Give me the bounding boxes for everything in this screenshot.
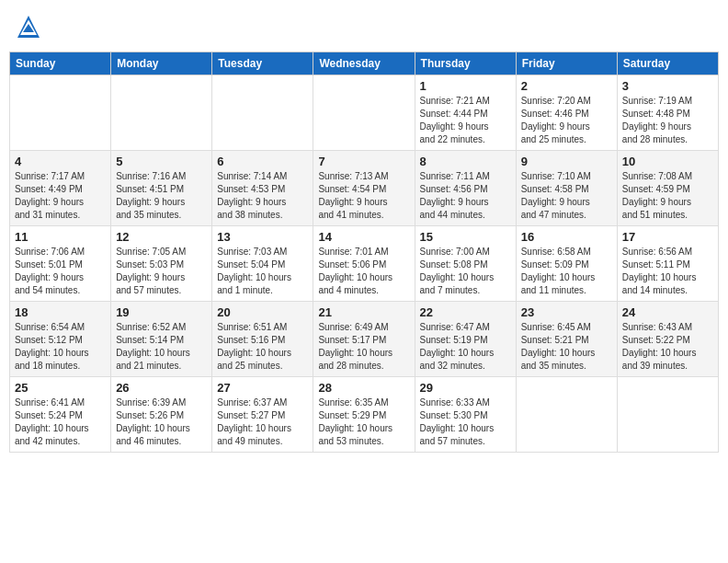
day-info: Sunrise: 7:03 AM Sunset: 5:04 PM Dayligh…	[217, 246, 308, 297]
day-info: Sunrise: 7:11 AM Sunset: 4:56 PM Dayligh…	[420, 170, 511, 222]
header-tuesday: Tuesday	[212, 52, 313, 75]
day-info: Sunrise: 7:17 AM Sunset: 4:49 PM Dayligh…	[15, 170, 106, 222]
day-number: 24	[622, 305, 713, 319]
calendar-cell: 9Sunrise: 7:10 AM Sunset: 4:58 PM Daylig…	[516, 151, 617, 226]
day-info: Sunrise: 7:14 AM Sunset: 4:53 PM Dayligh…	[217, 170, 308, 222]
day-info: Sunrise: 6:54 AM Sunset: 5:12 PM Dayligh…	[15, 321, 106, 373]
day-info: Sunrise: 7:13 AM Sunset: 4:54 PM Dayligh…	[318, 170, 409, 222]
day-info: Sunrise: 6:37 AM Sunset: 5:27 PM Dayligh…	[217, 396, 308, 448]
calendar-cell: 16Sunrise: 6:58 AM Sunset: 5:09 PM Dayli…	[516, 226, 617, 302]
day-number: 19	[116, 305, 207, 319]
day-number: 9	[521, 155, 612, 168]
day-info: Sunrise: 6:49 AM Sunset: 5:17 PM Dayligh…	[318, 321, 409, 373]
day-number: 29	[420, 381, 511, 395]
header-monday: Monday	[111, 52, 212, 75]
logo-icon	[15, 13, 42, 40]
calendar-cell: 10Sunrise: 7:08 AM Sunset: 4:59 PM Dayli…	[617, 151, 718, 226]
calendar-cell: 29Sunrise: 6:33 AM Sunset: 5:30 PM Dayli…	[415, 377, 516, 453]
day-info: Sunrise: 6:47 AM Sunset: 5:19 PM Dayligh…	[420, 321, 511, 373]
calendar-cell: 4Sunrise: 7:17 AM Sunset: 4:49 PM Daylig…	[10, 151, 111, 226]
day-number: 28	[318, 381, 409, 395]
day-number: 14	[318, 230, 409, 244]
calendar-body: 1Sunrise: 7:21 AM Sunset: 4:44 PM Daylig…	[10, 75, 719, 453]
day-info: Sunrise: 6:33 AM Sunset: 5:30 PM Dayligh…	[420, 396, 511, 448]
header-sunday: Sunday	[10, 52, 111, 75]
day-info: Sunrise: 6:56 AM Sunset: 5:11 PM Dayligh…	[622, 246, 713, 297]
calendar-table: SundayMondayTuesdayWednesdayThursdayFrid…	[9, 52, 719, 453]
day-number: 7	[318, 155, 409, 168]
day-info: Sunrise: 6:51 AM Sunset: 5:16 PM Dayligh…	[217, 321, 308, 373]
day-number: 15	[420, 230, 511, 244]
calendar-cell: 24Sunrise: 6:43 AM Sunset: 5:22 PM Dayli…	[617, 302, 718, 377]
day-number: 13	[217, 230, 308, 244]
day-info: Sunrise: 7:06 AM Sunset: 5:01 PM Dayligh…	[15, 246, 106, 297]
day-number: 8	[420, 155, 511, 168]
day-info: Sunrise: 7:21 AM Sunset: 4:44 PM Dayligh…	[420, 95, 511, 146]
calendar-cell: 27Sunrise: 6:37 AM Sunset: 5:27 PM Dayli…	[212, 377, 313, 453]
day-info: Sunrise: 6:43 AM Sunset: 5:22 PM Dayligh…	[622, 321, 713, 373]
day-info: Sunrise: 7:00 AM Sunset: 5:08 PM Dayligh…	[420, 246, 511, 297]
calendar-cell: 25Sunrise: 6:41 AM Sunset: 5:24 PM Dayli…	[10, 377, 111, 453]
calendar-cell: 26Sunrise: 6:39 AM Sunset: 5:26 PM Dayli…	[111, 377, 212, 453]
day-number: 5	[116, 155, 207, 168]
calendar-header: SundayMondayTuesdayWednesdayThursdayFrid…	[10, 52, 719, 75]
day-info: Sunrise: 7:08 AM Sunset: 4:59 PM Dayligh…	[622, 170, 713, 222]
calendar-cell	[212, 75, 313, 151]
day-info: Sunrise: 6:35 AM Sunset: 5:29 PM Dayligh…	[318, 396, 409, 448]
day-info: Sunrise: 6:39 AM Sunset: 5:26 PM Dayligh…	[116, 396, 207, 448]
day-number: 25	[15, 381, 106, 395]
day-info: Sunrise: 7:05 AM Sunset: 5:03 PM Dayligh…	[116, 246, 207, 297]
week-row-1: 1Sunrise: 7:21 AM Sunset: 4:44 PM Daylig…	[10, 75, 719, 151]
calendar-cell	[313, 75, 415, 151]
day-number: 18	[15, 305, 106, 319]
day-info: Sunrise: 6:45 AM Sunset: 5:21 PM Dayligh…	[521, 321, 612, 373]
week-row-2: 4Sunrise: 7:17 AM Sunset: 4:49 PM Daylig…	[10, 151, 719, 226]
day-number: 2	[521, 79, 612, 93]
calendar-cell: 5Sunrise: 7:16 AM Sunset: 4:51 PM Daylig…	[111, 151, 212, 226]
calendar-cell	[617, 377, 718, 453]
day-info: Sunrise: 7:19 AM Sunset: 4:48 PM Dayligh…	[622, 95, 713, 146]
day-number: 16	[521, 230, 612, 244]
day-info: Sunrise: 6:52 AM Sunset: 5:14 PM Dayligh…	[116, 321, 207, 373]
day-number: 17	[622, 230, 713, 244]
calendar-cell: 15Sunrise: 7:00 AM Sunset: 5:08 PM Dayli…	[415, 226, 516, 302]
day-info: Sunrise: 7:10 AM Sunset: 4:58 PM Dayligh…	[521, 170, 612, 222]
logo	[15, 13, 46, 40]
day-number: 3	[622, 79, 713, 93]
day-number: 4	[15, 155, 106, 168]
week-row-4: 18Sunrise: 6:54 AM Sunset: 5:12 PM Dayli…	[10, 302, 719, 377]
day-number: 23	[521, 305, 612, 319]
header-wednesday: Wednesday	[313, 52, 415, 75]
calendar-cell	[516, 377, 617, 453]
calendar-cell: 28Sunrise: 6:35 AM Sunset: 5:29 PM Dayli…	[313, 377, 415, 453]
day-info: Sunrise: 7:16 AM Sunset: 4:51 PM Dayligh…	[116, 170, 207, 222]
calendar-cell: 11Sunrise: 7:06 AM Sunset: 5:01 PM Dayli…	[10, 226, 111, 302]
calendar-cell: 14Sunrise: 7:01 AM Sunset: 5:06 PM Dayli…	[313, 226, 415, 302]
day-number: 20	[217, 305, 308, 319]
calendar-cell: 8Sunrise: 7:11 AM Sunset: 4:56 PM Daylig…	[415, 151, 516, 226]
day-number: 27	[217, 381, 308, 395]
calendar-cell	[10, 75, 111, 151]
week-row-3: 11Sunrise: 7:06 AM Sunset: 5:01 PM Dayli…	[10, 226, 719, 302]
calendar-cell: 21Sunrise: 6:49 AM Sunset: 5:17 PM Dayli…	[313, 302, 415, 377]
day-number: 22	[420, 305, 511, 319]
day-number: 1	[420, 79, 511, 93]
day-number: 12	[116, 230, 207, 244]
day-number: 21	[318, 305, 409, 319]
calendar-cell: 19Sunrise: 6:52 AM Sunset: 5:14 PM Dayli…	[111, 302, 212, 377]
calendar-cell: 23Sunrise: 6:45 AM Sunset: 5:21 PM Dayli…	[516, 302, 617, 377]
calendar-cell: 18Sunrise: 6:54 AM Sunset: 5:12 PM Dayli…	[10, 302, 111, 377]
header-saturday: Saturday	[617, 52, 718, 75]
calendar-cell: 7Sunrise: 7:13 AM Sunset: 4:54 PM Daylig…	[313, 151, 415, 226]
header-friday: Friday	[516, 52, 617, 75]
header-thursday: Thursday	[415, 52, 516, 75]
calendar-cell: 17Sunrise: 6:56 AM Sunset: 5:11 PM Dayli…	[617, 226, 718, 302]
header-row: SundayMondayTuesdayWednesdayThursdayFrid…	[10, 52, 719, 75]
calendar-cell: 3Sunrise: 7:19 AM Sunset: 4:48 PM Daylig…	[617, 75, 718, 151]
day-info: Sunrise: 6:58 AM Sunset: 5:09 PM Dayligh…	[521, 246, 612, 297]
calendar-cell: 12Sunrise: 7:05 AM Sunset: 5:03 PM Dayli…	[111, 226, 212, 302]
day-info: Sunrise: 7:20 AM Sunset: 4:46 PM Dayligh…	[521, 95, 612, 146]
calendar-cell: 13Sunrise: 7:03 AM Sunset: 5:04 PM Dayli…	[212, 226, 313, 302]
day-info: Sunrise: 7:01 AM Sunset: 5:06 PM Dayligh…	[318, 246, 409, 297]
calendar-cell: 20Sunrise: 6:51 AM Sunset: 5:16 PM Dayli…	[212, 302, 313, 377]
